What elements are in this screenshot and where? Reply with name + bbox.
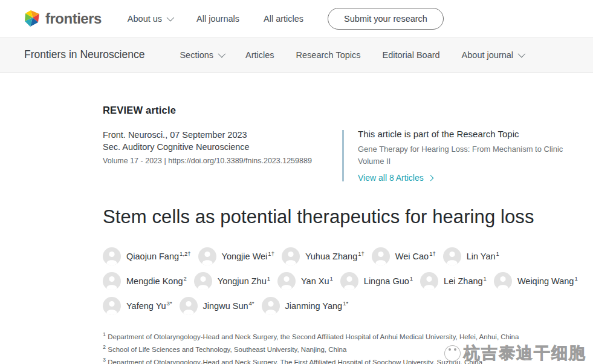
journal-nav: Frontiers in Neuroscience Sections Artic…	[0, 37, 593, 73]
author-name: Lei Zhang	[444, 276, 483, 286]
author-avatar-icon	[103, 247, 121, 265]
author-chip[interactable]: Lin Yan1	[443, 247, 499, 265]
author-affil-sup: 1	[330, 275, 333, 282]
journal-nav-about-journal[interactable]: About journal	[462, 50, 523, 60]
citation-block: Front. Neurosci., 07 September 2023 Sec.…	[103, 129, 328, 183]
author-avatar-icon	[443, 247, 461, 265]
author-name: Yongjie Wei	[222, 252, 268, 261]
author-name: Jianming Yang	[285, 301, 343, 311]
journal-nav-links: Sections Articles Research Topics Editor…	[180, 50, 523, 60]
affiliation-list: 1 Department of Otolaryngology-Head and …	[103, 330, 586, 364]
citation-journal-date: Front. Neurosci., 07 September 2023	[103, 129, 328, 141]
frontiers-pinwheel-icon	[23, 10, 41, 28]
author-affil-sup: 4*	[249, 300, 254, 307]
author-avatar-icon	[282, 247, 300, 265]
journal-nav-research-topics[interactable]: Research Topics	[296, 50, 361, 60]
author-affil-sup: 1	[484, 275, 487, 282]
frontiers-logo[interactable]: frontiers	[23, 10, 102, 28]
author-affil-sup: 2	[184, 275, 187, 282]
author-affil-sup: 1*	[343, 300, 348, 307]
chevron-down-icon	[518, 50, 526, 58]
author-name: Yongjun Zhu	[218, 276, 267, 286]
submit-research-button[interactable]: Submit your research	[328, 8, 444, 30]
author-avatar-icon	[277, 272, 296, 290]
article-main: REVIEW article Front. Neurosci., 07 Sept…	[103, 73, 586, 364]
nav-about-us[interactable]: About us	[128, 14, 172, 24]
citation-section: Sec. Auditory Cognitive Neuroscience	[103, 141, 328, 153]
nav-all-journals[interactable]: All journals	[196, 14, 239, 24]
chevron-right-icon	[427, 175, 433, 181]
author-chip[interactable]: Yan Xu1	[277, 272, 333, 290]
author-chip[interactable]: Wei Cao1†	[372, 247, 436, 265]
affiliation-text: Department of Otolaryngology-Head and Ne…	[108, 333, 519, 340]
author-name: Weiqing Wang	[517, 276, 574, 286]
author-affil-sup: 1†	[429, 250, 436, 257]
author-name: Yuhua Zhang	[305, 252, 357, 261]
author-name: Wei Cao	[395, 252, 429, 261]
article-page: frontiers About us All journals All arti…	[0, 0, 593, 364]
affiliation-number: 2	[103, 344, 106, 350]
author-name: Qiaojun Fang	[126, 252, 179, 261]
author-chip[interactable]: Jingwu Sun4*	[180, 297, 254, 315]
author-avatar-icon	[420, 272, 438, 290]
chevron-down-icon	[167, 14, 175, 22]
nav-all-articles[interactable]: All articles	[264, 14, 303, 24]
author-affil-sup: 1	[410, 275, 413, 282]
author-chip[interactable]: Yongjie Wei1†	[198, 247, 274, 265]
top-nav: About us All journals All articles	[128, 14, 303, 24]
author-avatar-icon	[198, 247, 216, 265]
author-avatar-icon	[340, 272, 358, 290]
affiliation-text: Department of Otolaryngology-Head and Ne…	[108, 359, 482, 364]
author-chip[interactable]: Yuhua Zhang1†	[282, 247, 365, 265]
affiliation-item: 1 Department of Otolaryngology-Head and …	[103, 330, 586, 342]
view-all-articles-link[interactable]: View all 8 Articles	[358, 173, 586, 183]
author-affil-sup: 3*	[167, 300, 172, 307]
affiliation-text: School of Life Sciences and Technology, …	[108, 346, 346, 353]
author-chip[interactable]: Yafeng Yu3*	[103, 297, 172, 315]
author-avatar-icon	[103, 297, 121, 315]
journal-title-link[interactable]: Frontiers in Neuroscience	[24, 48, 144, 61]
author-name: Mengdie Kong	[126, 276, 183, 286]
author-chip[interactable]: Yongjun Zhu1	[194, 272, 270, 290]
article-meta: Front. Neurosci., 07 September 2023 Sec.…	[103, 129, 586, 183]
author-affil-sup: 1†	[268, 250, 274, 257]
affiliation-number: 1	[103, 331, 106, 337]
author-affil-sup: 1	[574, 275, 577, 282]
author-affil-sup: 1	[496, 250, 499, 257]
research-topic-intro: This article is part of the Research Top…	[358, 129, 586, 139]
author-avatar-icon	[103, 272, 121, 290]
author-affil-sup: 1	[267, 275, 270, 282]
logo-wordmark: frontiers	[45, 10, 102, 27]
author-name: Lingna Guo	[364, 276, 409, 286]
affiliation-item: 2 School of Life Sciences and Technology…	[103, 342, 586, 355]
author-affil-sup: 1†	[358, 250, 365, 257]
affiliation-number: 3	[103, 357, 106, 363]
citation-volume-doi: Volume 17 - 2023 | https://doi.org/10.33…	[103, 157, 328, 165]
site-header: frontiers About us All journals All arti…	[0, 0, 593, 37]
author-name: Lin Yan	[467, 252, 496, 261]
journal-nav-sections[interactable]: Sections	[180, 50, 224, 60]
affiliation-item: 3 Department of Otolaryngology-Head and …	[103, 355, 586, 364]
vertical-divider	[342, 130, 344, 181]
research-topic-title[interactable]: Gene Therapy for Hearing Loss: From Mech…	[358, 143, 586, 167]
author-chip[interactable]: Lei Zhang1	[420, 272, 487, 290]
author-chip[interactable]: Lingna Guo1	[340, 272, 413, 290]
author-name: Yafeng Yu	[126, 301, 166, 311]
chevron-down-icon	[218, 50, 226, 58]
author-chip[interactable]: Jianming Yang1*	[262, 297, 349, 315]
author-avatar-icon	[494, 272, 512, 290]
author-avatar-icon	[372, 247, 390, 265]
author-affil-sup: 1,2†	[180, 250, 191, 257]
article-type-label: REVIEW article	[103, 105, 586, 116]
author-avatar-icon	[194, 272, 212, 290]
author-chip[interactable]: Qiaojun Fang1,2†	[103, 247, 191, 265]
author-avatar-icon	[262, 297, 280, 315]
journal-nav-articles[interactable]: Articles	[245, 50, 274, 60]
author-name: Jingwu Sun	[203, 301, 248, 311]
author-avatar-icon	[180, 297, 198, 315]
author-list: Qiaojun Fang1,2† Yongjie Wei1†	[103, 247, 589, 315]
research-topic-box: This article is part of the Research Top…	[358, 129, 586, 183]
author-chip[interactable]: Mengdie Kong2	[103, 272, 187, 290]
journal-nav-editorial-board[interactable]: Editorial Board	[383, 50, 440, 60]
author-chip[interactable]: Weiqing Wang1	[494, 272, 578, 290]
